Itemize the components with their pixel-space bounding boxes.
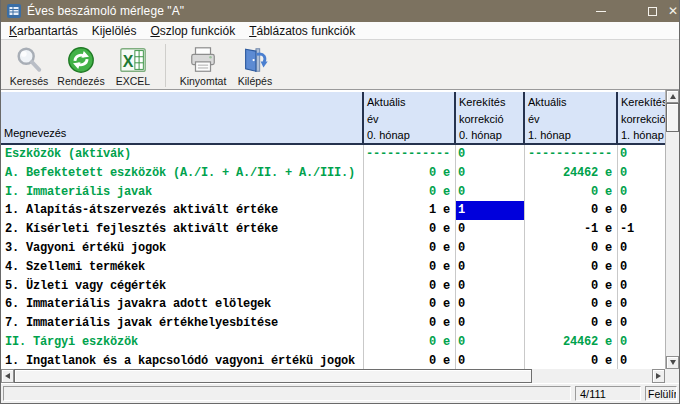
cell-kerekites-1[interactable]: -1 (618, 220, 665, 239)
menu-item-karbantartas[interactable]: Karbantartás (9, 24, 78, 38)
close-icon: ✕ (668, 5, 678, 17)
cell-kerekites-1[interactable]: 0 (618, 295, 665, 314)
cell-aktualis-1[interactable]: 0 e (525, 183, 618, 202)
cell-aktualis-0[interactable]: 0 e (364, 277, 456, 296)
cell-aktualis-0[interactable]: 0 e (364, 239, 456, 258)
table-row: I. Immateriális javak 0 e 0 0 e 0 (1, 183, 665, 202)
menu-item-oszlop-funkciok[interactable]: Oszlop funkciók (150, 24, 235, 38)
cell-kerekites-1[interactable]: 0 (618, 333, 665, 352)
cell-kerekites-0[interactable]: 0 (456, 239, 525, 258)
vertical-scroll-track[interactable] (666, 103, 679, 356)
horizontal-scroll-track[interactable] (14, 369, 652, 383)
cell-megnevezes[interactable]: 2. Kísérleti fejlesztés aktivált értéke (1, 220, 364, 239)
cell-kerekites-1[interactable]: 0 (618, 145, 665, 164)
horizontal-scrollbar[interactable] (1, 369, 665, 383)
sort-icon (66, 45, 96, 75)
minimize-button[interactable] (587, 0, 615, 22)
cell-aktualis-1[interactable]: 0 e (525, 201, 618, 220)
vertical-scrollbar[interactable] (665, 90, 679, 369)
cell-aktualis-0[interactable]: 0 e (364, 220, 456, 239)
cell-aktualis-0[interactable]: 0 e (364, 164, 456, 183)
cell-kerekites-1[interactable]: 0 (618, 314, 665, 333)
cell-aktualis-1[interactable]: 0 e (525, 352, 618, 369)
table-row: 5. Üzleti vagy cégérték 0 e 0 0 e 0 (1, 277, 665, 296)
app-window: Éves beszámoló mérlege "A" ✕ Karbantartá… (0, 0, 680, 404)
grid-body: Eszközök (aktívák) ------------ 0 ------… (1, 145, 665, 369)
cell-aktualis-1[interactable]: 24462 e (525, 333, 618, 352)
column-header-kerekites-1[interactable]: Kerekítés korrekció 1. hónap (618, 92, 665, 144)
cell-kerekites-0[interactable]: 0 (456, 277, 525, 296)
cell-kerekites-0[interactable]: 0 (456, 352, 525, 369)
cell-megnevezes[interactable]: 7. Immateriális javak értékhelyesbítése (1, 314, 364, 333)
cell-megnevezes[interactable]: 1. Ingatlanok és a kapcsolódó vagyoni ér… (1, 352, 364, 369)
horizontal-scroll-thumb[interactable] (14, 369, 532, 383)
cell-aktualis-0[interactable]: 0 e (364, 295, 456, 314)
scroll-right-button[interactable] (652, 369, 665, 383)
toolbar-button-rendezes[interactable]: Rendezés (55, 42, 107, 89)
status-message-panel (3, 386, 571, 401)
selected-cell[interactable]: 1 (456, 201, 525, 220)
cell-megnevezes[interactable]: 6. Immateriális javakra adott elölegek (1, 295, 364, 314)
cell-megnevezes[interactable]: A. Befektetett eszközök (A./I. + A./II. … (1, 164, 364, 183)
cell-kerekites-0[interactable]: 0 (456, 314, 525, 333)
cell-aktualis-1[interactable]: 0 e (525, 295, 618, 314)
cell-aktualis-0[interactable]: 1 e (364, 201, 456, 220)
cell-aktualis-0[interactable]: 0 e (364, 333, 456, 352)
cell-aktualis-1[interactable]: -1 e (525, 220, 618, 239)
cell-aktualis-1[interactable]: 0 e (525, 258, 618, 277)
toolbar-button-kilepes[interactable]: Kilépés (229, 42, 281, 89)
column-header-aktualis-0[interactable]: Aktuális év 0. hónap (364, 92, 456, 144)
table-row: II. Tárgyi eszközök 0 e 0 24462 e 0 (1, 333, 665, 352)
column-header-aktualis-1[interactable]: Aktuális év 1. hónap (525, 92, 618, 144)
column-header-kerekites-0[interactable]: Kerekítés korrekció 0. hónap (456, 92, 525, 144)
scroll-down-button[interactable] (666, 356, 679, 369)
toolbar-button-kereses[interactable]: Keresés (3, 42, 55, 89)
close-button[interactable]: ✕ (659, 0, 680, 22)
cell-kerekites-0[interactable]: 0 (456, 333, 525, 352)
cell-aktualis-0[interactable]: 0 e (364, 352, 456, 369)
cell-kerekites-1[interactable]: 0 (618, 201, 665, 220)
maximize-icon (648, 7, 657, 16)
toolbar-button-excel[interactable]: X EXCEL (107, 42, 159, 89)
window-title: Éves beszámoló mérlege "A" (27, 4, 184, 18)
cell-kerekites-1[interactable]: 0 (618, 239, 665, 258)
menu-item-tablazatos-funkciok[interactable]: Táblázatos funkciók (249, 24, 355, 38)
cell-aktualis-1[interactable]: 0 e (525, 277, 618, 296)
cell-megnevezes[interactable]: I. Immateriális javak (1, 183, 364, 202)
cell-kerekites-0[interactable]: 0 (456, 164, 525, 183)
cell-aktualis-0[interactable]: ------------ (364, 145, 456, 164)
column-header-megnevezes[interactable]: Megnevezés (1, 92, 364, 144)
toolbar-label: Rendezés (57, 75, 104, 87)
cell-megnevezes[interactable]: 3. Vagyoni értékü jogok (1, 239, 364, 258)
toolbar-separator (165, 44, 166, 87)
cell-aktualis-0[interactable]: 0 e (364, 314, 456, 333)
cell-megnevezes[interactable]: 1. Alapítás-átszervezés aktivált értéke (1, 201, 364, 220)
scroll-up-button[interactable] (666, 90, 679, 103)
cell-aktualis-1[interactable]: ------------ (525, 145, 618, 164)
cell-kerekites-0[interactable]: 0 (456, 220, 525, 239)
cell-megnevezes[interactable]: Eszközök (aktívák) (1, 145, 364, 164)
cell-kerekites-1[interactable]: 0 (618, 164, 665, 183)
scroll-left-button[interactable] (1, 369, 14, 383)
table-row: 6. Immateriális javakra adott elölegek 0… (1, 295, 665, 314)
arrow-down-icon (670, 360, 676, 365)
toolbar-button-kinyomtat[interactable]: Kinyomtat (177, 42, 229, 89)
cell-megnevezes[interactable]: 4. Szellemi termékek (1, 258, 364, 277)
cell-aktualis-1[interactable]: 0 e (525, 314, 618, 333)
cell-kerekites-0[interactable]: 0 (456, 183, 525, 202)
cell-kerekites-1[interactable]: 0 (618, 277, 665, 296)
cell-kerekites-0[interactable]: 0 (456, 145, 525, 164)
cell-aktualis-1[interactable]: 0 e (525, 239, 618, 258)
cell-aktualis-1[interactable]: 24462 e (525, 164, 618, 183)
cell-aktualis-0[interactable]: 0 e (364, 258, 456, 277)
cell-kerekites-1[interactable]: 0 (618, 183, 665, 202)
cell-megnevezes[interactable]: 5. Üzleti vagy cégérték (1, 277, 364, 296)
cell-kerekites-0[interactable]: 0 (456, 258, 525, 277)
cell-megnevezes[interactable]: II. Tárgyi eszközök (1, 333, 364, 352)
cell-kerekites-0[interactable]: 0 (456, 295, 525, 314)
vertical-scroll-thumb[interactable] (666, 103, 679, 132)
cell-kerekites-1[interactable]: 0 (618, 258, 665, 277)
cell-kerekites-1[interactable]: 0 (618, 352, 665, 369)
menu-item-kijeloles[interactable]: Kijelölés (92, 24, 137, 38)
cell-aktualis-0[interactable]: 0 e (364, 183, 456, 202)
